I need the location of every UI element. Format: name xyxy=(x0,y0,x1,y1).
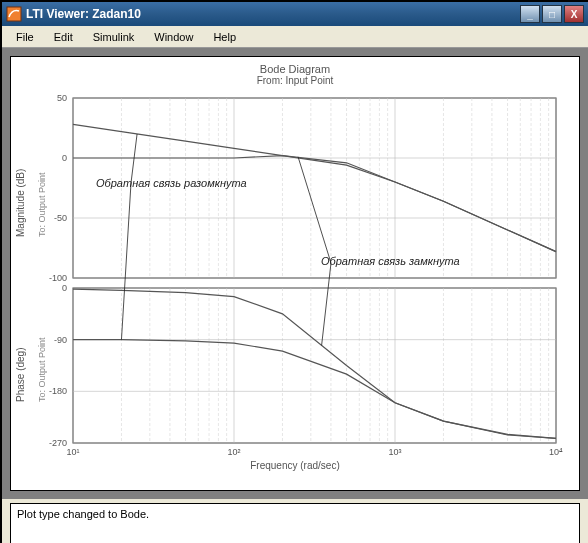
minimize-button[interactable]: _ xyxy=(520,5,540,23)
svg-text:-50: -50 xyxy=(54,213,67,223)
plot-panel[interactable]: Bode Diagram From: Input Point Magnitude… xyxy=(10,56,580,491)
phase-sublabel: To: Output Point xyxy=(37,337,47,402)
menu-file[interactable]: File xyxy=(8,29,42,45)
svg-text:10²: 10² xyxy=(227,447,240,457)
menu-help[interactable]: Help xyxy=(205,29,244,45)
svg-text:0: 0 xyxy=(62,153,67,163)
bode-plot: 10¹10²10³10⁴-100-50050-270-180-900 xyxy=(11,88,571,458)
annot-open-loop: Обратная связь разомкнута xyxy=(96,177,247,189)
status-bar: Plot type changed to Bode. xyxy=(10,503,580,543)
menu-simulink[interactable]: Simulink xyxy=(85,29,143,45)
svg-text:10⁴: 10⁴ xyxy=(549,447,563,457)
svg-text:-180: -180 xyxy=(49,386,67,396)
window-title: LTI Viewer: Zadan10 xyxy=(26,7,520,21)
app-icon xyxy=(6,6,22,22)
svg-line-81 xyxy=(298,157,331,263)
svg-line-80 xyxy=(121,183,131,340)
maximize-button[interactable]: □ xyxy=(542,5,562,23)
svg-text:-270: -270 xyxy=(49,438,67,448)
svg-text:50: 50 xyxy=(57,93,67,103)
mag-sublabel: To: Output Point xyxy=(37,172,47,237)
annot-closed-loop: Обратная связь замкнута xyxy=(321,255,460,267)
xlabel: Frequency (rad/sec) xyxy=(11,460,579,471)
svg-text:10³: 10³ xyxy=(388,447,401,457)
app-window: LTI Viewer: Zadan10 _ □ X File Edit Simu… xyxy=(1,1,588,543)
menu-window[interactable]: Window xyxy=(146,29,201,45)
svg-text:-100: -100 xyxy=(49,273,67,283)
svg-text:0: 0 xyxy=(62,283,67,293)
close-button[interactable]: X xyxy=(564,5,584,23)
window-controls: _ □ X xyxy=(520,5,584,23)
workspace: Bode Diagram From: Input Point Magnitude… xyxy=(2,48,588,499)
svg-rect-0 xyxy=(7,7,21,21)
status-message: Plot type changed to Bode. xyxy=(17,508,149,520)
menubar: File Edit Simulink Window Help xyxy=(2,26,588,48)
titlebar[interactable]: LTI Viewer: Zadan10 _ □ X xyxy=(2,2,588,26)
phase-ylabel: Phase (deg) xyxy=(15,348,26,402)
svg-text:-90: -90 xyxy=(54,335,67,345)
svg-line-82 xyxy=(322,263,331,345)
chart-subtitle: From: Input Point xyxy=(11,75,579,86)
chart-title: Bode Diagram xyxy=(11,63,579,75)
menu-edit[interactable]: Edit xyxy=(46,29,81,45)
mag-ylabel: Magnitude (dB) xyxy=(15,169,26,237)
svg-rect-2 xyxy=(73,288,556,443)
svg-text:10¹: 10¹ xyxy=(66,447,79,457)
